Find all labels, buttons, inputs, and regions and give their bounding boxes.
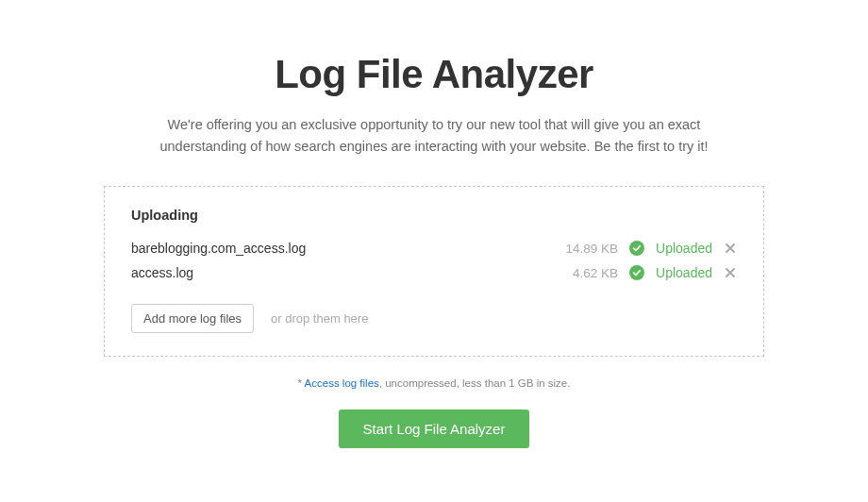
file-name: bareblogging.com_access.log — [131, 241, 566, 256]
file-row: access.log 4.62 KB Uploaded — [131, 260, 737, 285]
start-analyzer-button[interactable]: Start Log File Analyzer — [339, 410, 530, 448]
file-size: 14.89 KB — [566, 242, 619, 256]
file-size: 4.62 KB — [573, 266, 618, 280]
status-badge: Uploaded — [656, 265, 712, 280]
check-circle-icon — [629, 241, 644, 256]
file-row: bareblogging.com_access.log 14.89 KB Upl… — [131, 236, 737, 260]
uploading-label: Uploading — [131, 208, 737, 223]
footnote-suffix: , uncompressed, less than 1 GB in size. — [379, 377, 571, 389]
footnote-prefix: * — [298, 377, 305, 389]
drop-hint: or drop them here — [271, 311, 368, 326]
footnote: * Access log files, uncompressed, less t… — [104, 377, 764, 389]
status-badge: Uploaded — [656, 241, 712, 256]
page-title: Log File Analyzer — [104, 52, 764, 97]
file-name: access.log — [131, 265, 573, 280]
upload-dropzone[interactable]: Uploading bareblogging.com_access.log 14… — [104, 186, 764, 357]
remove-file-button[interactable] — [724, 266, 737, 279]
check-circle-icon — [629, 265, 644, 280]
remove-file-button[interactable] — [724, 242, 737, 255]
add-more-files-button[interactable]: Add more log files — [131, 304, 254, 333]
page-subtitle: We're offering you an exclusive opportun… — [104, 114, 764, 158]
access-log-files-link[interactable]: Access log files — [305, 377, 379, 389]
